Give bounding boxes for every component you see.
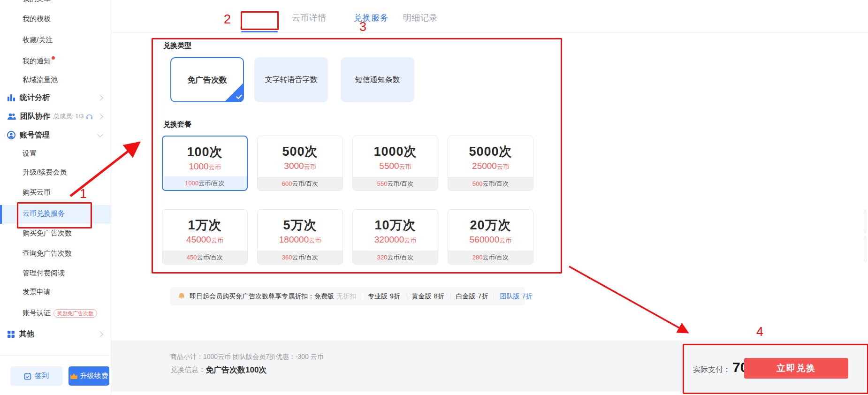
- package-title: 兑换套餐: [163, 120, 191, 129]
- sidebar-item-account-cert[interactable]: 账号认证奖励免广告次数: [23, 308, 97, 318]
- type-card-tts[interactable]: 文字转语音字数: [254, 57, 328, 102]
- package-card-500[interactable]: 500次 3000云币 600云币/百次: [257, 136, 343, 191]
- tab-detail-records[interactable]: 明细记录: [403, 12, 438, 23]
- package-price: 320000: [374, 235, 404, 244]
- sidebar-item-buy-adfree[interactable]: 购买免广告次数: [23, 228, 72, 238]
- notification-dot: [52, 56, 55, 60]
- tier-value: 7折: [522, 292, 532, 301]
- sidebar-section-team[interactable]: 团队协作 总成员: 1/3: [7, 111, 97, 122]
- tier-name: 黄金版: [412, 292, 432, 301]
- type-card-sms[interactable]: 短信通知条数: [341, 57, 414, 102]
- coin-suffix: 云币: [497, 163, 509, 170]
- tier-value: 8折: [434, 292, 444, 301]
- sidebar-item-coin-exchange-active[interactable]: 云币兑换服务: [0, 205, 111, 224]
- tier-free: 免费版无折扣: [314, 292, 356, 301]
- upgrade-button[interactable]: 升级续费: [69, 366, 109, 386]
- package-card-10k[interactable]: 1万次 45000云币 450云币/百次: [162, 209, 248, 265]
- package-count: 500次: [258, 143, 343, 160]
- exchange-now-button[interactable]: 立即兑换: [744, 358, 848, 379]
- chevron-right-icon: [97, 114, 103, 120]
- rate-suffix: 云币/百次: [483, 254, 509, 261]
- tier-value: 9折: [390, 292, 400, 301]
- package-card-100[interactable]: 100次 1000云币 1000云币/百次: [162, 136, 248, 191]
- exchange-info-label: 兑换信息：: [170, 365, 206, 374]
- package-card-200k[interactable]: 20万次 560000云币 280云币/百次: [448, 209, 533, 265]
- sidebar-item-private-traffic[interactable]: 私域流量池: [23, 75, 58, 85]
- chevron-right-icon: [97, 331, 103, 337]
- divider: [450, 293, 450, 300]
- divider: [494, 293, 494, 300]
- sidebar-item-invoice[interactable]: 发票申请: [23, 287, 51, 297]
- sidebar-section-statistics[interactable]: 统计分析: [7, 92, 50, 103]
- package-rate: 450: [187, 254, 197, 261]
- scrollbar-thumb[interactable]: [864, 210, 867, 233]
- headset-icon[interactable]: [86, 113, 93, 120]
- exchange-type-title: 兑换类型: [163, 41, 191, 50]
- package-card-5000[interactable]: 5000次 25000云币 500云币/百次: [448, 136, 533, 191]
- package-price: 180000: [279, 235, 309, 244]
- checkin-button[interactable]: 签到: [10, 366, 62, 386]
- sidebar-item-settings[interactable]: 设置: [23, 148, 37, 159]
- section-label: 其他: [19, 329, 34, 339]
- divider: [406, 293, 406, 300]
- chevron-down-icon: [97, 131, 103, 137]
- sidebar-item-label: 我的通知: [23, 57, 51, 65]
- exchange-info-value: 免广告次数100次: [206, 365, 266, 375]
- sidebar-item-buy-coins[interactable]: 购买云币: [23, 187, 51, 198]
- package-count: 1万次: [162, 217, 247, 234]
- package-card-100k[interactable]: 10万次 320000云币 320云币/百次: [352, 209, 438, 265]
- package-rate: 360: [282, 254, 292, 261]
- package-count: 5000次: [448, 143, 533, 160]
- sidebar-item-notifications[interactable]: 我的通知: [23, 56, 55, 66]
- tier-name: 专业版: [368, 292, 388, 301]
- sidebar-item-my-templates[interactable]: 我的模板: [23, 14, 51, 24]
- active-indicator-bar: [0, 205, 2, 224]
- package-card-50k[interactable]: 5万次 180000云币 360云币/百次: [257, 209, 343, 265]
- tab-coin-details[interactable]: 云币详情: [292, 12, 327, 23]
- reward-badge: 奖励免广告次数: [53, 309, 97, 318]
- package-rate: 550: [377, 180, 388, 187]
- type-card-adfree[interactable]: 免广告次数: [170, 57, 244, 102]
- package-price: 45000: [186, 235, 211, 244]
- coin-suffix: 云币: [209, 164, 221, 171]
- annotation-arrows: [0, 0, 868, 395]
- calendar-check-icon: [24, 372, 31, 380]
- coin-suffix: 云币: [211, 237, 223, 244]
- divider: [362, 293, 362, 300]
- sidebar-item-label: 账号认证: [23, 309, 51, 317]
- package-price: 560000: [470, 235, 499, 244]
- package-price: 1000: [189, 161, 208, 171]
- sidebar-section-other[interactable]: 其他: [7, 328, 34, 340]
- package-card-1000[interactable]: 1000次 5500云币 550云币/百次: [352, 136, 438, 191]
- tier-gold: 黄金版8折: [412, 292, 444, 301]
- sidebar-section-account[interactable]: 账号管理: [7, 129, 50, 141]
- coin-suffix: 云币: [309, 237, 321, 244]
- sidebar-item-clipped[interactable]: 我的文章: [23, 0, 51, 4]
- active-tab-underline: [241, 31, 278, 32]
- check-icon: [236, 94, 242, 99]
- package-count: 20万次: [448, 217, 533, 234]
- package-count: 100次: [163, 144, 247, 160]
- notice-prefix: 即日起会员购买免广告次数尊享专属折扣：: [190, 292, 314, 301]
- tab-exchange-service[interactable]: 兑换服务: [354, 12, 388, 23]
- section-label: 团队协作: [20, 112, 50, 122]
- sidebar-item-favorites[interactable]: 收藏/关注: [23, 35, 53, 45]
- exchange-info-line: 兑换信息： 免广告次数100次: [170, 365, 266, 375]
- type-card-label: 短信通知条数: [355, 75, 400, 85]
- package-rate: 500: [472, 180, 483, 187]
- package-rate: 600: [282, 180, 292, 187]
- package-price: 25000: [472, 161, 497, 171]
- tier-name: 团队版: [500, 292, 519, 301]
- rate-suffix: 云币/百次: [388, 180, 414, 187]
- team-icon: [7, 113, 16, 120]
- scrollbar-thumb[interactable]: [864, 236, 867, 262]
- sidebar-item-upgrade-renew[interactable]: 升级/续费会员: [23, 167, 67, 177]
- upgrade-label: 升级续费: [80, 372, 108, 380]
- sidebar-item-paid-reading[interactable]: 管理付费阅读: [23, 268, 65, 278]
- coin-suffix: 云币: [304, 163, 316, 170]
- page: 我的文章 我的模板 收藏/关注 我的通知 私域流量池 统计分析 团队协作 总成员…: [0, 0, 868, 395]
- subtotal-line: 商品小计：1000云币 团队版会员7折优惠：-300 云币: [170, 353, 324, 361]
- annotation-arrow-2: [569, 266, 687, 332]
- sidebar-item-query-adfree[interactable]: 查询免广告次数: [23, 248, 72, 258]
- section-label: 账号管理: [20, 130, 50, 140]
